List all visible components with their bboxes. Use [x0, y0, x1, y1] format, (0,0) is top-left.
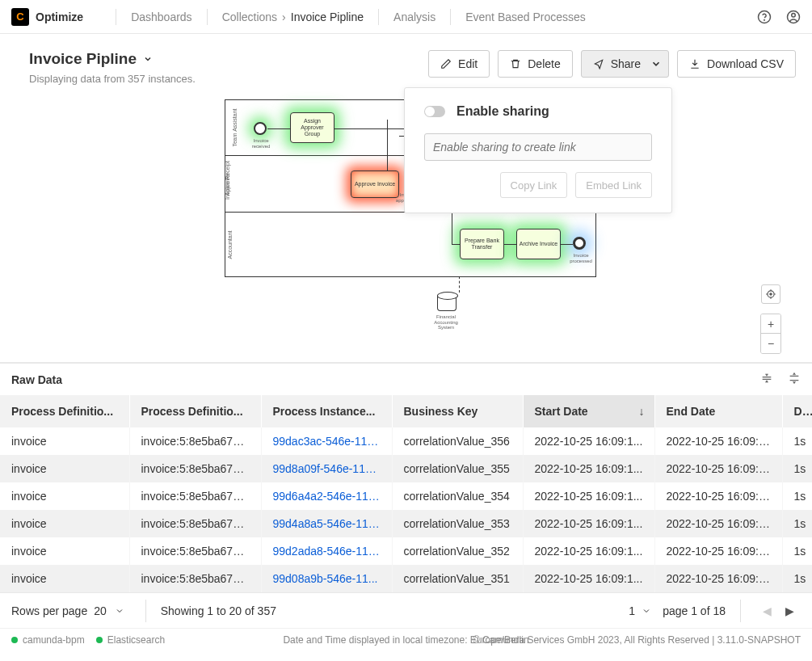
- table-row: invoiceinvoice:5:8e5ba671-...99d08a9b-54…: [0, 565, 812, 592]
- cell-instance-link[interactable]: 99d2ada8-546e-11e...: [261, 537, 392, 565]
- nav-dashboards[interactable]: Dashboards: [131, 11, 192, 23]
- share-link-input: [424, 133, 652, 161]
- cell-pdk: invoice: [0, 537, 129, 565]
- cell-pdk: invoice: [0, 482, 129, 510]
- cell-start: 2022-10-25 16:09:1...: [523, 510, 654, 537]
- table-row: invoiceinvoice:5:8e5ba671-...99d6a4a2-54…: [0, 482, 812, 510]
- collapse-rows-icon[interactable]: [760, 372, 773, 387]
- svg-point-5: [770, 293, 772, 295]
- enable-sharing-toggle[interactable]: [424, 106, 445, 117]
- cell-pdi: invoice:5:8e5ba671-...: [129, 427, 261, 455]
- cell-instance-link[interactable]: 99dac3ac-546e-11e...: [261, 427, 392, 455]
- col-process-instance[interactable]: Process Instance...: [261, 395, 392, 427]
- app-logo: C: [11, 8, 29, 26]
- col-process-def-id[interactable]: Process Definitio...: [129, 395, 261, 427]
- download-icon: [689, 58, 701, 69]
- datastore-caption: Financial Accounting System: [430, 314, 462, 330]
- task-prepare: Prepare Bank Transfer: [460, 229, 504, 259]
- datastore-icon: [437, 295, 456, 311]
- chevron-down-icon: [143, 54, 153, 64]
- cell-pdi: invoice:5:8e5ba671-...: [129, 482, 261, 510]
- download-label: Download CSV: [707, 57, 784, 70]
- prev-page-button[interactable]: ◀: [755, 600, 778, 622]
- embed-link-button[interactable]: Embed Link: [575, 172, 652, 198]
- cell-pdi: invoice:5:8e5ba671-...: [129, 510, 261, 537]
- footer-timezone: Date and Time displayed in local timezon…: [283, 634, 528, 646]
- nav-events[interactable]: Event Based Processes: [465, 11, 586, 23]
- cell-bk: correlationValue_352: [392, 537, 523, 565]
- table-header-row: Process Definitio... Process Definitio..…: [0, 395, 812, 427]
- copy-link-button[interactable]: Copy Link: [500, 172, 568, 198]
- nav-analysis[interactable]: Analysis: [393, 11, 435, 23]
- chevron-right-icon: ›: [282, 11, 286, 23]
- help-icon[interactable]: [757, 10, 772, 24]
- share-button[interactable]: Share: [581, 50, 669, 78]
- cell-start: 2022-10-25 16:09:1...: [523, 565, 654, 592]
- share-icon: [593, 58, 604, 69]
- expand-rows-icon[interactable]: [788, 372, 801, 387]
- cell-end: 2022-10-25 16:09:1...: [654, 427, 782, 455]
- page-select[interactable]: 1: [629, 604, 651, 617]
- col-end-date[interactable]: End Date: [654, 395, 782, 427]
- chevron-down-icon: [115, 606, 124, 616]
- cell-instance-link[interactable]: 99d08a9b-546e-11...: [261, 565, 392, 592]
- chevron-down-icon: [642, 606, 651, 616]
- crosshair-icon: [765, 288, 776, 300]
- cell-instance-link[interactable]: 99d4a8a5-546e-11e...: [261, 510, 392, 537]
- cell-instance-link[interactable]: 99d6a4a2-546e-11e...: [261, 482, 392, 510]
- cell-dur: 1s: [782, 537, 812, 565]
- raw-data-table: Process Definitio... Process Definitio..…: [0, 395, 812, 592]
- enable-sharing-label: Enable sharing: [456, 104, 549, 119]
- lane-approver: Approver: [225, 172, 230, 195]
- svg-point-1: [764, 19, 765, 20]
- app-footer: camunda-bpm Elasticsearch Date and Time …: [0, 628, 812, 650]
- trash-icon: [510, 58, 521, 69]
- sort-desc-icon: ↓: [639, 405, 645, 418]
- share-label: Share: [611, 57, 641, 70]
- next-page-button[interactable]: ▶: [778, 600, 801, 622]
- cell-start: 2022-10-25 16:09:1...: [523, 482, 654, 510]
- cell-pdk: invoice: [0, 565, 129, 592]
- cell-bk: correlationValue_356: [392, 427, 523, 455]
- cell-pdi: invoice:5:8e5ba671-...: [129, 455, 261, 482]
- locate-button[interactable]: [761, 284, 780, 304]
- cell-pdk: invoice: [0, 510, 129, 537]
- col-business-key[interactable]: Business Key: [392, 395, 523, 427]
- page-title-text: Invoice Pipline: [29, 50, 137, 68]
- col-start-date[interactable]: Start Date↓: [523, 395, 654, 427]
- app-header: C Optimize Dashboards Collections › Invo…: [0, 0, 812, 34]
- zoom-in-button[interactable]: +: [761, 314, 780, 334]
- task-assign: Assign Approver Group: [290, 112, 334, 143]
- download-csv-button[interactable]: Download CSV: [677, 50, 796, 78]
- cell-end: 2022-10-25 16:09:1...: [654, 482, 782, 510]
- lane-accountant: Accountant: [227, 230, 233, 259]
- end-event: [573, 237, 586, 250]
- app-brand: Optimize: [36, 11, 83, 23]
- cell-pdk: invoice: [0, 427, 129, 455]
- cell-dur: 1s: [782, 510, 812, 537]
- breadcrumb-current[interactable]: Invoice Pipline: [291, 11, 364, 23]
- page-title[interactable]: Invoice Pipline: [29, 50, 428, 68]
- rows-per-page-select[interactable]: 20: [87, 601, 131, 621]
- cell-dur: 1s: [782, 565, 812, 592]
- col-process-def-key[interactable]: Process Definitio...: [0, 395, 129, 427]
- status-camunda: camunda-bpm: [23, 634, 85, 646]
- table-pager: Rows per page 20 Showing 1 to 20 of 357 …: [0, 592, 812, 628]
- cell-start: 2022-10-25 16:09:1...: [523, 537, 654, 565]
- pencil-icon: [440, 58, 452, 69]
- nav-collections[interactable]: Collections: [222, 11, 277, 23]
- user-icon[interactable]: [786, 10, 801, 24]
- cell-instance-link[interactable]: 99d8a09f-546e-11e...: [261, 455, 392, 482]
- cell-end: 2022-10-25 16:09:1...: [654, 565, 782, 592]
- cell-pdk: invoice: [0, 455, 129, 482]
- page-subtitle: Displaying data from 357 instances.: [29, 73, 428, 85]
- cell-end: 2022-10-25 16:09:1...: [654, 537, 782, 565]
- lane-team-assistant: Team Assistant: [232, 108, 238, 146]
- edit-button[interactable]: Edit: [428, 50, 490, 78]
- chevron-down-icon: [650, 58, 662, 69]
- delete-button[interactable]: Delete: [498, 50, 572, 78]
- rows-per-page-label: Rows per page: [11, 604, 87, 617]
- col-duration[interactable]: Dur: [782, 395, 812, 427]
- cell-dur: 1s: [782, 427, 812, 455]
- zoom-out-button[interactable]: −: [761, 334, 780, 353]
